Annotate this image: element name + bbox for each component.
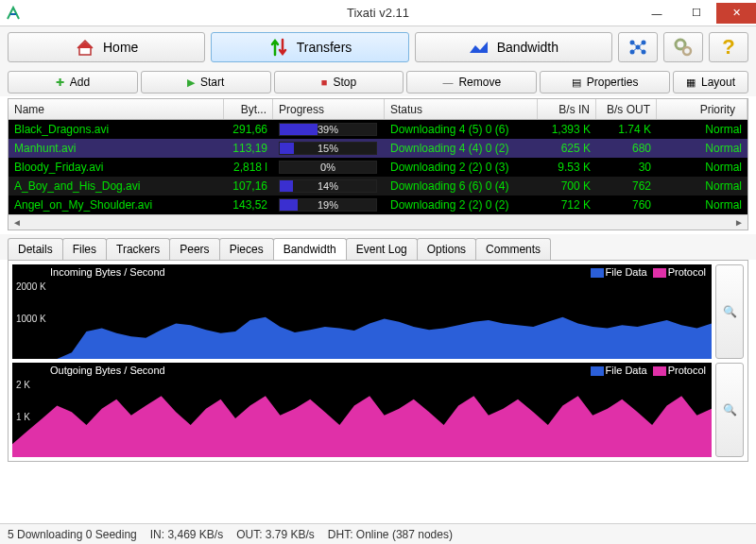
cell-name: A_Boy_and_His_Dog.avi [9,178,224,194]
col-out[interactable]: B/s OUT [596,99,657,119]
cell-out: 680 [596,141,657,156]
col-status[interactable]: Status [385,99,538,119]
cell-progress: 0% [273,160,385,175]
legend-filedata: File Data [591,365,647,376]
help-icon: ? [718,37,739,58]
layout-icon: ▦ [686,76,696,89]
horizontal-scrollbar[interactable]: ◄► [9,214,747,230]
cell-bytes: 291,66 [224,122,273,137]
cell-progress: 15% [273,141,385,156]
col-bytes[interactable]: Byt... [224,99,273,119]
cell-priority: Normal [657,122,747,137]
nav-home-label: Home [103,40,138,55]
magnifier-icon: 🔍 [723,305,737,318]
cell-name: Manhunt.avi [9,141,224,156]
properties-button[interactable]: ▤Properties [540,71,670,94]
cell-out: 760 [596,197,657,212]
start-button[interactable]: ▶Start [141,71,271,94]
remove-button[interactable]: —Remove [406,71,537,94]
nav-help[interactable]: ? [709,32,748,62]
cell-in: 625 K [538,141,596,156]
tab-bandwidth[interactable]: Bandwidth [273,238,347,260]
transfers-table: Name Byt... Progress Status B/s IN B/s O… [8,98,748,230]
nav-bandwidth-label: Bandwidth [497,40,558,55]
tab-pieces[interactable]: Pieces [219,238,274,260]
incoming-title: Incoming Bytes / Second [50,266,165,278]
outgoing-title: Outgoing Bytes / Second [50,365,165,376]
nav-transfers-label: Transfers [297,40,352,55]
properties-icon: ▤ [572,76,581,89]
cell-status: Downloading 4 (5) 0 (6) [385,122,538,137]
cell-in: 700 K [538,178,596,194]
cell-in: 712 K [538,197,596,212]
bandwidth-icon [469,37,490,58]
transfers-icon [268,37,289,58]
status-in: IN: 3,469 KB/s [150,528,223,541]
tab-files[interactable]: Files [62,238,107,260]
tab-peers[interactable]: Peers [169,238,219,260]
tab-event-log[interactable]: Event Log [346,238,418,260]
play-icon: ▶ [187,76,195,89]
tab-options[interactable]: Options [417,238,476,260]
cell-priority: Normal [657,141,747,156]
share-icon [627,37,648,58]
col-progress[interactable]: Progress [273,99,385,119]
tab-comments[interactable]: Comments [475,238,551,260]
add-button[interactable]: ✚Add [8,71,138,94]
nav-settings[interactable] [663,32,703,62]
cell-out: 1.74 K [596,122,657,137]
cell-in: 9.53 K [538,160,596,175]
table-header: Name Byt... Progress Status B/s IN B/s O… [9,99,747,120]
nav-share[interactable] [618,32,658,62]
cell-status: Downloading 2 (2) 0 (2) [385,197,538,212]
cell-priority: Normal [657,178,747,194]
app-icon [6,6,21,21]
outgoing-chart: Outgoing Bytes / Second File Data Protoc… [12,363,712,457]
tab-details[interactable]: Details [8,238,63,260]
cell-in: 1,393 K [538,122,596,137]
layout-button[interactable]: ▦Layout [673,71,748,94]
cell-progress: 39% [273,122,385,137]
col-name[interactable]: Name [9,99,224,119]
table-row[interactable]: A_Boy_and_His_Dog.avi107,1614%Downloadin… [9,177,747,196]
transfer-toolbar: ✚Add ▶Start ■Stop —Remove ▤Properties ▦L… [0,68,756,96]
detail-tabs: DetailsFilesTrackersPeersPiecesBandwidth… [0,234,756,260]
cell-name: Black_Dragons.avi [9,122,224,137]
main-nav: Home Transfers Bandwidth ? [0,26,756,68]
table-row[interactable]: Black_Dragons.avi291,6639%Downloading 4 … [9,120,747,139]
nav-transfers[interactable]: Transfers [211,32,408,62]
svg-point-8 [683,47,691,55]
stop-icon: ■ [321,76,328,88]
tab-trackers[interactable]: Trackers [106,238,170,260]
cell-priority: Normal [657,197,747,212]
status-dht: DHT: Online (387 nodes) [328,528,453,541]
cell-bytes: 143,52 [224,197,273,212]
cell-status: Downloading 4 (4) 0 (2) [385,141,538,156]
plus-icon: ✚ [56,76,64,89]
nav-bandwidth[interactable]: Bandwidth [415,32,612,62]
legend-filedata: File Data [591,266,647,278]
cell-name: Angel_on_My_Shoulder.avi [9,197,224,212]
minimize-button[interactable]: — [637,3,677,24]
col-priority[interactable]: Priority [657,99,747,119]
legend-protocol: Protocol [653,365,706,376]
stop-button[interactable]: ■Stop [274,71,404,94]
incoming-zoom-button[interactable]: 🔍 [715,264,744,359]
col-in[interactable]: B/s IN [538,99,596,119]
nav-home[interactable]: Home [8,32,205,62]
table-row[interactable]: Angel_on_My_Shoulder.avi143,5219%Downloa… [9,196,747,214]
window-title: Tixati v2.11 [347,6,409,20]
home-icon [75,37,95,58]
table-row[interactable]: Manhunt.avi113,1915%Downloading 4 (4) 0 … [9,139,747,158]
magnifier-icon: 🔍 [723,403,737,416]
status-bar: 5 Downloading 0 Seeding IN: 3,469 KB/s O… [0,523,756,544]
cell-bytes: 2,818 l [224,160,273,175]
table-row[interactable]: Bloody_Friday.avi2,818 l0%Downloading 2 … [9,158,747,177]
maximize-button[interactable]: ☐ [677,3,716,24]
close-button[interactable]: ✕ [716,3,756,24]
status-out: OUT: 3.79 KB/s [236,528,315,541]
outgoing-zoom-button[interactable]: 🔍 [715,363,744,457]
cell-status: Downloading 6 (6) 0 (4) [385,178,538,194]
status-downloading: 5 Downloading 0 Seeding [8,528,137,541]
cell-priority: Normal [657,160,747,175]
